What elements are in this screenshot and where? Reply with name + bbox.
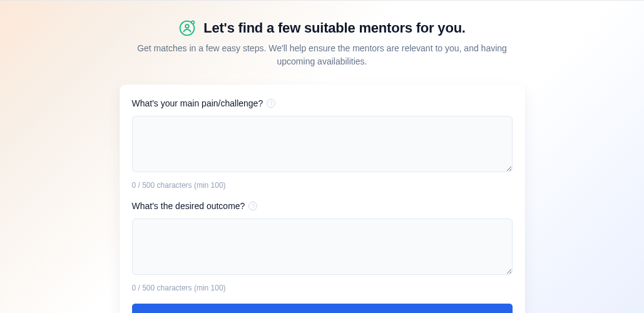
form-card: What's your main pain/challenge? ? 0 / 5… <box>120 85 525 313</box>
page-header: Let's find a few suitable mentors for yo… <box>120 19 525 68</box>
field-group-outcome: What's the desired outcome? ? 0 / 500 ch… <box>132 201 513 292</box>
field-label-row: What's the desired outcome? ? <box>132 201 513 211</box>
title-row: Let's find a few suitable mentors for yo… <box>120 19 525 37</box>
challenge-input[interactable] <box>132 116 513 172</box>
svg-point-2 <box>192 21 194 24</box>
field-label-row: What's your main pain/challenge? ? <box>132 98 513 108</box>
profile-search-icon <box>178 19 196 37</box>
help-icon[interactable]: ? <box>267 99 275 108</box>
page-title: Let's find a few suitable mentors for yo… <box>203 20 466 36</box>
page-subtitle: Get matches in a few easy steps. We'll h… <box>120 42 525 68</box>
svg-point-1 <box>185 24 189 28</box>
challenge-counter: 0 / 500 characters (min 100) <box>132 181 513 190</box>
page-container: Let's find a few suitable mentors for yo… <box>120 19 525 313</box>
help-icon[interactable]: ? <box>248 202 257 210</box>
outcome-label: What's the desired outcome? <box>132 201 245 211</box>
outcome-counter: 0 / 500 characters (min 100) <box>132 284 513 292</box>
field-group-challenge: What's your main pain/challenge? ? 0 / 5… <box>132 98 513 190</box>
challenge-label: What's your main pain/challenge? <box>132 98 263 108</box>
get-matches-button[interactable]: Get matches <box>132 304 513 313</box>
outcome-input[interactable] <box>132 218 513 275</box>
